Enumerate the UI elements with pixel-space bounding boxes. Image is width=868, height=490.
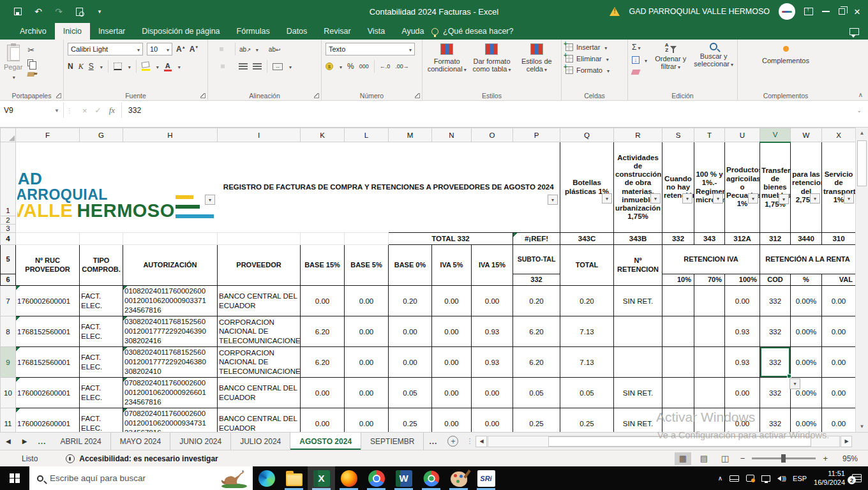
header-subtotal[interactable]: SUBTO-TAL	[513, 245, 560, 274]
minimize-button[interactable]	[822, 11, 830, 12]
update-status-icon[interactable]	[746, 475, 754, 482]
header-num-retencion[interactable]: Nº RETENCION	[614, 245, 662, 286]
cell-total[interactable]: 0.20	[560, 286, 614, 316]
header-ruc[interactable]: Nº RUC PROVEEDOR	[16, 245, 80, 286]
row-header[interactable]: 8	[1, 316, 16, 347]
cell-iva5[interactable]: 0.00	[432, 378, 472, 408]
hscroll-right-icon[interactable]: ▶	[841, 436, 852, 447]
touch-keyboard-icon[interactable]	[730, 475, 739, 482]
comma-style-button[interactable]: 000	[359, 63, 369, 70]
sheet-tab[interactable]: AGOSTO 2024	[290, 433, 361, 450]
filter-dropdown-icon[interactable]	[713, 193, 723, 204]
cell-autorizacion[interactable]: 03082024011768152560 0012001777229204639…	[123, 316, 218, 347]
report-title-cell[interactable]: REGISTRO DE FACTURAS DE COMPRA Y RETENCI…	[218, 142, 560, 233]
cell-base0[interactable]: 0.05	[389, 378, 432, 408]
retention-category-cell[interactable]: para las retenciones del 2,75%	[791, 142, 822, 233]
warning-icon[interactable]	[610, 7, 620, 16]
cell-tipo[interactable]: FACT. ELEC.	[80, 378, 123, 408]
decrease-decimal-button[interactable]: .00→	[395, 63, 409, 70]
scroll-up-icon[interactable]: ▲	[856, 128, 868, 138]
customize-toolbar-icon[interactable]	[94, 6, 105, 17]
cell-base5[interactable]: 0.00	[345, 408, 389, 433]
word-icon[interactable]: W	[390, 466, 417, 490]
cell-ret70[interactable]	[694, 347, 725, 378]
cell-ret70[interactable]	[694, 408, 725, 433]
filter-dropdown-icon[interactable]	[748, 193, 758, 204]
header-70pct[interactable]: 70%	[694, 274, 725, 286]
row-header[interactable]: 10	[1, 378, 16, 408]
retention-code-cell[interactable]: 343	[694, 233, 725, 245]
column-header[interactable]: M	[389, 128, 432, 142]
filter-dropdown-icon[interactable]	[205, 195, 215, 205]
normal-view-icon[interactable]: ▦	[675, 452, 691, 465]
clear-button[interactable]	[631, 70, 641, 75]
column-header[interactable]: O	[472, 128, 513, 142]
file-explorer-icon[interactable]	[280, 466, 308, 490]
cell-base15[interactable]: 6.20	[301, 347, 345, 378]
shrink-font-button[interactable]: A▼	[190, 45, 199, 54]
network-icon[interactable]	[761, 475, 770, 482]
column-header[interactable]: V	[760, 128, 791, 142]
cell-base15[interactable]: 0.00	[301, 378, 345, 408]
ribbon-tab[interactable]: Revisar	[315, 23, 359, 40]
cell-iva5[interactable]: 0.00	[432, 347, 472, 378]
cell-dropdown-icon[interactable]	[789, 378, 800, 389]
filter-dropdown-icon[interactable]	[548, 195, 558, 205]
cell-base15[interactable]: 0.00	[301, 286, 345, 316]
cell-tipo[interactable]: FACT. ELEC.	[80, 316, 123, 347]
retention-category-cell[interactable]: Actividades de construcción de obra mate…	[614, 142, 662, 233]
sheet-tab[interactable]: ABRIL 2024	[51, 433, 110, 450]
cell-ruc[interactable]: 1768152560001	[16, 347, 80, 378]
horizontal-scrollbar[interactable]	[488, 436, 840, 447]
cell-ret10[interactable]	[662, 378, 694, 408]
header-base5[interactable]: BASE 5%	[345, 245, 389, 286]
column-header[interactable]: Q	[560, 128, 614, 142]
zoom-level[interactable]: 95%	[835, 454, 858, 463]
header-base0[interactable]: BASE 0%	[389, 245, 432, 286]
chevron-down-icon[interactable]	[99, 63, 103, 70]
horizontal-scroll-thumb[interactable]	[548, 436, 812, 447]
header-proveedor[interactable]: PROVEEDOR	[218, 245, 301, 286]
expand-formula-bar-icon[interactable]: ⌄	[857, 107, 868, 114]
align-middle-button[interactable]	[220, 47, 223, 51]
cell-iva5[interactable]: 0.00	[432, 408, 472, 433]
header-retencion-iva[interactable]: RETENCION IVA	[662, 245, 760, 274]
cell-base0[interactable]: 0.00	[389, 347, 432, 378]
comments-icon[interactable]	[849, 28, 859, 35]
column-header[interactable]: X	[822, 128, 856, 142]
row-header[interactable]: 3	[1, 225, 16, 233]
row-header[interactable]: 7	[1, 286, 16, 316]
row-header[interactable]: 2	[1, 216, 16, 225]
chevron-down-icon[interactable]	[288, 63, 292, 70]
font-name-select[interactable]: Calibri Light	[68, 43, 143, 56]
cell-pct[interactable]: 0.00%	[791, 347, 822, 378]
find-select-button[interactable]: Buscar y seleccionar	[694, 43, 733, 90]
retention-code-cell[interactable]: 3440	[791, 233, 822, 245]
style-button[interactable]: Dar formato como tabla	[471, 43, 512, 90]
cancel-icon[interactable]: ×	[82, 106, 87, 115]
retention-category-cell[interactable]: Botellas plásticas 1%	[560, 142, 614, 233]
cell-subtotal[interactable]: 0.20	[513, 286, 560, 316]
autosum-button[interactable]: Σ	[632, 43, 647, 52]
cell-base5[interactable]: 0.00	[345, 286, 389, 316]
cell-base5[interactable]: 0.00	[345, 347, 389, 378]
cell-base5[interactable]: 0.00	[345, 378, 389, 408]
retention-code-cell[interactable]: 332	[662, 233, 694, 245]
row-header[interactable]: 4	[1, 233, 16, 245]
filter-dropdown-icon[interactable]	[810, 193, 820, 204]
undo-icon[interactable]	[33, 6, 43, 17]
cell-autorizacion[interactable]: 01082024011760002600 0012001062000090337…	[123, 286, 218, 316]
cell-num-retencion[interactable]	[614, 347, 662, 378]
orientation-button[interactable]: ab	[239, 46, 251, 53]
header-iva15[interactable]: IVA 15%	[472, 245, 513, 286]
chevron-down-icon[interactable]	[177, 63, 181, 70]
account-name[interactable]: GAD PARROQUIAL VALLE HERMOSO	[629, 7, 770, 16]
more-sheets-left[interactable]: ...	[33, 433, 51, 450]
cell-ret70[interactable]	[694, 378, 725, 408]
alignment-dialog-launcher[interactable]	[314, 93, 319, 98]
cell-autorizacion[interactable]: 07082024011760002600 0012001062000093473…	[123, 408, 218, 433]
cell-iva5[interactable]: 0.00	[432, 286, 472, 316]
filter-dropdown-icon[interactable]	[779, 194, 789, 204]
cell-cod[interactable]: 332	[760, 286, 791, 316]
insert-function-icon[interactable]: fx	[109, 105, 115, 115]
